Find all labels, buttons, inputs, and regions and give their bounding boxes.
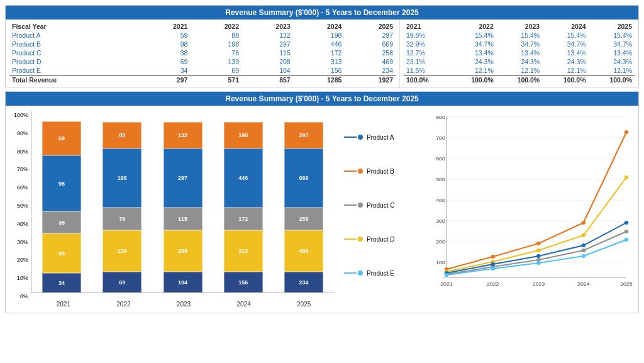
table-left: Fiscal Year 2021 2022 2023 2024 2025 Pro… <box>6 20 399 87</box>
table-content: Fiscal Year 2021 2022 2023 2024 2025 Pro… <box>6 20 638 87</box>
revenue-value: 104 <box>242 66 293 75</box>
bar-segment: 258 <box>284 208 323 230</box>
y-label-30: 30% <box>17 239 28 245</box>
pct-year-2023-header: 2023 <box>496 22 542 31</box>
revenue-value: 98 <box>139 40 191 48</box>
svg-text:2022: 2022 <box>487 281 499 287</box>
revenue-value: 115 <box>242 48 293 57</box>
svg-point-48 <box>582 254 586 258</box>
svg-text:500: 500 <box>436 176 445 182</box>
bar-stack: 156313172446198 <box>224 122 263 293</box>
revenue-value: 446 <box>293 40 345 48</box>
y-label-50: 50% <box>17 203 28 209</box>
bar-segment: 115 <box>164 208 203 230</box>
revenue-table-section: Revenue Summary ($'000) - 5 Years to Dec… <box>5 5 639 87</box>
svg-point-39 <box>625 230 629 233</box>
y-label-80: 80% <box>17 148 28 155</box>
x-axis-label: 2021 <box>33 301 94 308</box>
svg-point-26 <box>491 255 495 259</box>
legend-line-marker <box>344 203 363 208</box>
legend-label: Product B <box>367 168 394 175</box>
table-right: 2021 2022 2023 2024 2025 19.8%15.4%15.4%… <box>399 20 638 87</box>
revenue-value: 34 <box>139 66 191 75</box>
bar-segment: 446 <box>224 148 263 208</box>
table-row: Product B98198297446669 <box>9 40 396 48</box>
bar-segment: 297 <box>284 122 323 148</box>
x-axis-label: 2022 <box>94 301 154 308</box>
revenue-value: 198 <box>293 31 345 40</box>
svg-point-33 <box>582 233 586 237</box>
chart-section: Revenue Summary ($'000) - 5 Years to Dec… <box>5 91 639 313</box>
svg-point-46 <box>491 267 495 271</box>
bar-segment: 313 <box>224 230 263 272</box>
bar-segment: 76 <box>103 208 142 230</box>
revenue-value: 132 <box>242 31 293 40</box>
table-header: Revenue Summary ($'000) - 5 Years to Dec… <box>6 6 638 20</box>
revenue-value: 59 <box>139 31 191 40</box>
bar-segment: 104 <box>164 272 203 293</box>
revenue-value: 198 <box>190 40 242 48</box>
svg-text:200: 200 <box>436 238 445 245</box>
bar-segment: 69 <box>103 272 142 293</box>
table-row: Product A5988132198297 <box>9 31 396 40</box>
revenue-value: 469 <box>344 57 396 66</box>
legend-line-marker <box>344 237 363 242</box>
svg-text:400: 400 <box>436 197 445 203</box>
revenue-value: 234 <box>344 66 396 75</box>
revenue-value: 258 <box>344 48 396 57</box>
legend-line-marker <box>344 169 363 174</box>
svg-chart-area: 800 700 600 500 400 300 200 100 - 2021 2… <box>426 111 633 299</box>
pct-year-2022-header: 2022 <box>450 22 496 31</box>
table-row: Product E3469104156234 <box>9 66 396 75</box>
y-label-0: 0% <box>20 293 28 299</box>
chart-header: Revenue Summary ($'000) - 5 Years to Dec… <box>6 92 638 106</box>
year-2025-header: 2025 <box>344 22 396 31</box>
bar-group: 104208115297132 <box>152 111 213 293</box>
legend-line-marker <box>344 135 363 140</box>
svg-point-49 <box>625 238 629 242</box>
svg-point-38 <box>582 249 586 252</box>
bar-stack: 234469258669297 <box>284 122 323 293</box>
bar-stack: 104208115297132 <box>164 122 203 293</box>
bar-segment: 469 <box>284 230 323 272</box>
pct-table-row: 32.9%34.7%34.7%34.7%34.7% <box>404 40 635 48</box>
legend-item: Product D <box>344 236 426 243</box>
svg-text:800: 800 <box>436 114 445 120</box>
product-name: Product B <box>9 40 139 48</box>
svg-text:2023: 2023 <box>533 281 545 287</box>
legend-item: Product A <box>344 134 426 141</box>
line-product-d <box>447 177 626 272</box>
x-axis-label: 2025 <box>274 301 334 308</box>
bar-segment: 208 <box>164 230 203 272</box>
x-axis-label: 2023 <box>153 301 214 308</box>
table-row: Product C3876115172258 <box>9 48 396 57</box>
main-container: Revenue Summary ($'000) - 5 Years to Dec… <box>0 0 644 318</box>
product-name: Product A <box>9 31 139 40</box>
legend-line-marker <box>344 271 363 276</box>
revenue-value: 669 <box>344 40 396 48</box>
legend-item: Product E <box>344 270 426 277</box>
pct-table-row: 12.7%13.4%13.4%13.4%13.4% <box>404 48 635 57</box>
legend-label: Product E <box>367 270 394 277</box>
bar-segment: 69 <box>42 233 81 273</box>
pct-year-2021-header: 2021 <box>404 22 450 31</box>
revenue-value: 88 <box>190 31 242 40</box>
svg-text:2024: 2024 <box>577 281 590 287</box>
line-product-b <box>447 132 626 269</box>
svg-point-32 <box>536 249 541 252</box>
svg-text:2021: 2021 <box>440 281 453 287</box>
legend-item: Product C <box>344 202 426 209</box>
svg-point-29 <box>625 130 629 134</box>
bar-group: 234469258669297 <box>274 111 334 293</box>
pct-table-row: 11.5%12.1%12.1%12.1%12.1% <box>404 66 635 75</box>
bar-group: 691397619888 <box>92 111 152 293</box>
svg-point-28 <box>582 221 586 225</box>
pct-year-2025-header: 2025 <box>589 22 635 31</box>
bar-segment: 297 <box>164 148 203 208</box>
revenue-table: Fiscal Year 2021 2022 2023 2024 2025 Pro… <box>9 22 396 84</box>
svg-text:2025: 2025 <box>620 281 633 287</box>
x-axis-label: 2024 <box>214 301 274 308</box>
svg-point-44 <box>625 221 629 225</box>
revenue-value: 76 <box>190 48 242 57</box>
x-axis-labels: 20212022202320242025 <box>11 301 334 308</box>
